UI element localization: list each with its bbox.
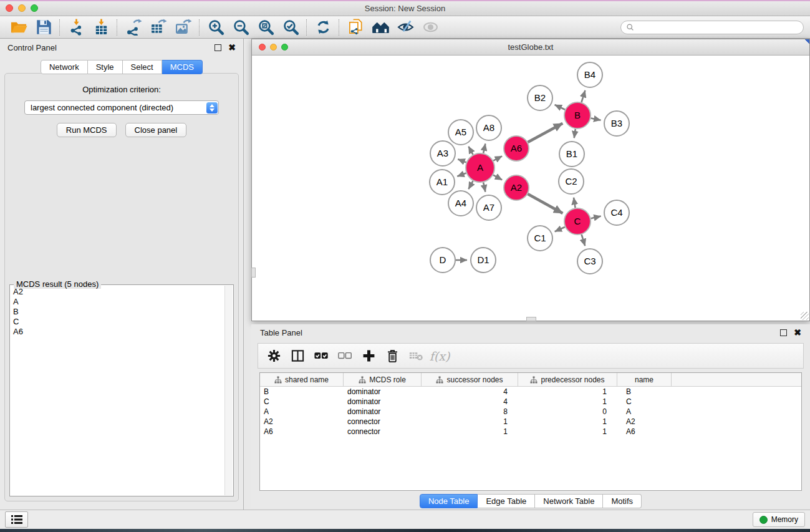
save-session-button[interactable] bbox=[31, 17, 56, 37]
graph-node-B3[interactable]: B3 bbox=[604, 111, 629, 136]
criterion-select[interactable]: largest connected component (directed) bbox=[24, 100, 219, 115]
graph-edge-A-A5[interactable] bbox=[468, 147, 473, 155]
network-minimize-button[interactable] bbox=[270, 44, 277, 51]
graph-edge-A-A1[interactable] bbox=[457, 173, 466, 177]
graph-edge-A6-B[interactable] bbox=[528, 123, 563, 142]
left-splitter-grip[interactable] bbox=[251, 268, 256, 278]
graph-edge-B-B1[interactable] bbox=[574, 129, 576, 138]
tab-node-table[interactable]: Node Table bbox=[420, 494, 478, 508]
table-float-panel-icon[interactable] bbox=[780, 329, 787, 336]
network-zoom-button[interactable] bbox=[281, 44, 288, 51]
column-header-name[interactable]: name bbox=[617, 373, 672, 386]
table-row[interactable]: A2connector11A2 bbox=[260, 417, 801, 427]
graph-node-A5[interactable]: A5 bbox=[448, 120, 473, 145]
graph-node-B2[interactable]: B2 bbox=[528, 85, 552, 110]
graph-edge-A-A3[interactable] bbox=[458, 159, 466, 162]
result-scrollbar[interactable] bbox=[224, 286, 233, 495]
resize-corner-grip[interactable] bbox=[801, 312, 809, 320]
result-list-item[interactable]: A2 bbox=[11, 287, 224, 297]
graph-node-C1[interactable]: C1 bbox=[528, 226, 552, 251]
graph-edge-A-A7[interactable] bbox=[483, 182, 485, 191]
tab-mcds[interactable]: MCDS bbox=[162, 60, 203, 74]
close-panel-icon[interactable]: ✖ bbox=[228, 43, 236, 52]
table-settings-button[interactable] bbox=[264, 346, 283, 366]
run-mcds-button[interactable]: Run MCDS bbox=[57, 123, 117, 137]
graph-node-C[interactable]: C bbox=[564, 208, 591, 235]
graph-node-A3[interactable]: A3 bbox=[430, 141, 455, 166]
result-list-item[interactable]: A bbox=[11, 297, 224, 307]
memory-button[interactable]: Memory bbox=[753, 512, 805, 527]
result-list-item[interactable]: A6 bbox=[11, 327, 224, 337]
column-header-predecessor-nodes[interactable]: predecessor nodes bbox=[518, 373, 617, 386]
table-close-panel-icon[interactable]: ✖ bbox=[794, 328, 801, 337]
open-session-button[interactable] bbox=[6, 17, 31, 37]
graph-node-A7[interactable]: A7 bbox=[476, 195, 501, 220]
zoom-out-button[interactable] bbox=[228, 17, 253, 37]
add-column-button[interactable] bbox=[359, 346, 378, 366]
import-network-button[interactable] bbox=[64, 17, 89, 37]
tab-network[interactable]: Network bbox=[41, 60, 88, 74]
graph-node-A8[interactable]: A8 bbox=[476, 115, 501, 140]
column-header-shared-name[interactable]: shared name bbox=[260, 373, 344, 386]
tab-style[interactable]: Style bbox=[88, 60, 123, 74]
column-header-mcds-role[interactable]: MCDS role bbox=[344, 373, 422, 386]
graph-edge-A-A8[interactable] bbox=[483, 143, 485, 153]
graph-node-A2[interactable]: A2 bbox=[504, 175, 529, 200]
export-network-button[interactable] bbox=[121, 17, 146, 37]
graph-edge-C-C4[interactable] bbox=[591, 216, 601, 219]
graph-node-D[interactable]: D bbox=[430, 248, 455, 273]
graph-node-A6[interactable]: A6 bbox=[504, 136, 529, 161]
tab-select[interactable]: Select bbox=[123, 60, 162, 74]
new-network-from-selection-button[interactable] bbox=[343, 17, 368, 37]
graph-edge-B-B2[interactable] bbox=[555, 105, 566, 110]
graph-node-C3[interactable]: C3 bbox=[577, 249, 602, 274]
network-canvas[interactable]: B4 B2 B B3 A5 A8 A6 A3 B1 A A1 C2 A2 A4 … bbox=[252, 56, 809, 321]
graph-edge-C-C1[interactable] bbox=[555, 227, 565, 231]
table-row[interactable]: Adominator80A bbox=[260, 407, 801, 417]
export-table-button[interactable] bbox=[146, 17, 171, 37]
close-panel-button[interactable]: Close panel bbox=[125, 123, 187, 137]
column-header-successor-nodes[interactable]: successor nodes bbox=[422, 373, 518, 386]
network-window-titlebar[interactable]: testGlobe.txt bbox=[252, 39, 809, 56]
refresh-button[interactable] bbox=[311, 17, 335, 37]
tab-edge-table[interactable]: Edge Table bbox=[478, 494, 535, 508]
result-list-item[interactable]: C bbox=[11, 317, 224, 327]
search-box[interactable] bbox=[620, 21, 804, 34]
graph-node-A4[interactable]: A4 bbox=[448, 191, 473, 216]
graph-edge-A-A4[interactable] bbox=[468, 181, 473, 189]
graph-node-B1[interactable]: B1 bbox=[559, 142, 584, 167]
table-row[interactable]: Cdominator41C bbox=[260, 397, 801, 407]
graphics-details-button[interactable] bbox=[393, 17, 418, 37]
search-input[interactable] bbox=[637, 22, 798, 32]
select-all-rows-button[interactable] bbox=[312, 346, 330, 366]
network-graph[interactable]: B4 B2 B B3 A5 A8 A6 A3 B1 A A1 C2 A2 A4 … bbox=[252, 56, 809, 321]
graph-node-D1[interactable]: D1 bbox=[471, 248, 496, 273]
zoom-selected-button[interactable] bbox=[278, 17, 303, 37]
delete-column-button[interactable] bbox=[383, 346, 402, 366]
table-row[interactable]: A6connector11A6 bbox=[260, 427, 801, 437]
tab-network-table[interactable]: Network Table bbox=[535, 494, 603, 508]
zoom-fit-button[interactable] bbox=[253, 17, 278, 37]
tab-motifs[interactable]: Motifs bbox=[603, 494, 642, 508]
graph-edge-C-C3[interactable] bbox=[582, 235, 586, 246]
bottom-splitter-grip[interactable] bbox=[526, 317, 536, 321]
graph-edge-C-C2[interactable] bbox=[574, 198, 576, 208]
task-history-button[interactable] bbox=[5, 511, 28, 528]
result-list-item[interactable]: B bbox=[11, 307, 224, 317]
app-titlebar[interactable]: Session: New Session bbox=[0, 1, 810, 16]
graph-edge-A-A2[interactable] bbox=[493, 175, 502, 180]
graph-edge-B-B3[interactable] bbox=[591, 118, 601, 120]
import-table-button[interactable] bbox=[89, 17, 113, 37]
graph-node-A1[interactable]: A1 bbox=[430, 170, 455, 195]
graph-node-B[interactable]: B bbox=[564, 102, 591, 128]
graph-node-A[interactable]: A bbox=[466, 153, 494, 182]
float-panel-icon[interactable] bbox=[215, 44, 221, 51]
close-window-button[interactable] bbox=[6, 4, 13, 12]
graph-edge-B-B4[interactable] bbox=[582, 90, 586, 102]
graph-node-C4[interactable]: C4 bbox=[604, 200, 629, 225]
deselect-all-rows-button[interactable] bbox=[335, 346, 354, 366]
show-columns-button[interactable] bbox=[288, 346, 307, 366]
graph-edge-A-A6[interactable] bbox=[493, 156, 502, 160]
graph-node-B4[interactable]: B4 bbox=[577, 62, 602, 87]
graph-node-C2[interactable]: C2 bbox=[559, 169, 584, 194]
